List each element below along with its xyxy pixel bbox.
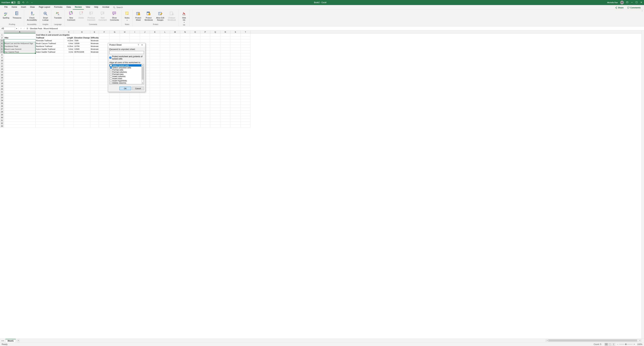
cell-H1[interactable]	[120, 33, 130, 36]
cell-J29[interactable]	[140, 113, 150, 116]
cell-T7[interactable]	[240, 51, 250, 53]
minimize-icon[interactable]	[631, 1, 633, 4]
cell-F27[interactable]	[99, 108, 110, 110]
cell-L17[interactable]	[160, 79, 170, 82]
col-header-M[interactable]: M	[170, 30, 180, 33]
row-header-18[interactable]: 18	[0, 82, 4, 85]
cell-N13[interactable]	[180, 68, 190, 71]
cell-N16[interactable]	[180, 76, 190, 79]
cell-B26[interactable]	[36, 105, 64, 108]
cell-E28[interactable]	[90, 110, 99, 113]
perm-checkbox[interactable]	[110, 67, 112, 68]
cell-T23[interactable]	[240, 96, 250, 99]
cell-S20[interactable]	[230, 88, 240, 90]
cell-R17[interactable]	[220, 79, 230, 82]
cell-Q23[interactable]	[210, 96, 220, 99]
cell-K2[interactable]	[150, 36, 160, 39]
cell-Q2[interactable]	[210, 36, 220, 39]
cell-M25[interactable]	[170, 102, 180, 105]
row-header-32[interactable]: 32	[0, 122, 4, 125]
smart-lookup-button[interactable]: SmartLookup	[42, 10, 50, 22]
cell-K7[interactable]	[150, 51, 160, 53]
cell-K26[interactable]	[150, 105, 160, 108]
cell-Q9[interactable]	[210, 56, 220, 59]
cell-J24[interactable]	[140, 99, 150, 102]
cell-D14[interactable]	[74, 71, 90, 73]
col-header-R[interactable]: R	[220, 30, 230, 33]
cell-M12[interactable]	[170, 65, 180, 68]
cell-S10[interactable]	[230, 59, 240, 62]
cell-D5[interactable]: 1075ft	[74, 45, 90, 48]
cell-C11[interactable]	[64, 62, 74, 65]
cell-M28[interactable]	[170, 110, 180, 113]
cell-J3[interactable]	[140, 39, 150, 42]
cell-D32[interactable]	[74, 122, 90, 125]
cell-O29[interactable]	[190, 113, 200, 116]
dialog-help-icon[interactable]: ?	[136, 44, 140, 46]
cell-D10[interactable]	[74, 59, 90, 62]
cell-P15[interactable]	[200, 73, 210, 76]
cell-C33[interactable]	[64, 125, 74, 128]
cell-B6[interactable]: Eaton Saddle Trailhead	[36, 48, 64, 51]
col-header-N[interactable]: N	[180, 30, 190, 33]
cell-K16[interactable]	[150, 76, 160, 79]
row-header-1[interactable]: 1	[0, 33, 4, 36]
cell-M15[interactable]	[170, 73, 180, 76]
cell-E26[interactable]	[90, 105, 99, 108]
row-header-14[interactable]: 14	[0, 71, 4, 73]
cell-M27[interactable]	[170, 108, 180, 110]
row-header-28[interactable]: 28	[0, 110, 4, 113]
cell-N29[interactable]	[180, 113, 190, 116]
cell-N7[interactable]	[180, 51, 190, 53]
cell-J2[interactable]	[140, 36, 150, 39]
protect-sheet-button[interactable]: ProtectSheet	[134, 10, 142, 22]
cell-M3[interactable]	[170, 39, 180, 42]
cell-D21[interactable]	[74, 90, 90, 93]
cell-M21[interactable]	[170, 90, 180, 93]
cell-Q32[interactable]	[210, 122, 220, 125]
spelling-button[interactable]: abcSpelling	[2, 10, 10, 19]
cell-M32[interactable]	[170, 122, 180, 125]
perm-checkbox[interactable]	[110, 80, 112, 82]
cell-N25[interactable]	[180, 102, 190, 105]
perm-insert-rows[interactable]: Insert rows	[110, 77, 142, 80]
cell-M9[interactable]	[170, 56, 180, 59]
tab-page-layout[interactable]: Page Layout	[37, 5, 52, 9]
cell-N9[interactable]	[180, 56, 190, 59]
cell-T15[interactable]	[240, 73, 250, 76]
cell-P22[interactable]	[200, 93, 210, 96]
cell-D16[interactable]	[74, 76, 90, 79]
cell-D17[interactable]	[74, 79, 90, 82]
row-header-20[interactable]: 20	[0, 88, 4, 90]
undo-icon[interactable]	[22, 1, 24, 4]
cell-R30[interactable]	[220, 116, 230, 119]
cell-B16[interactable]	[36, 76, 64, 79]
cell-A9[interactable]	[4, 56, 36, 59]
cell-C23[interactable]	[64, 96, 74, 99]
cell-Q4[interactable]	[210, 42, 220, 45]
cell-C21[interactable]	[64, 90, 74, 93]
cancel-formula-icon[interactable]: ✕	[19, 27, 23, 30]
cell-A13[interactable]	[4, 68, 36, 71]
cell-I27[interactable]	[130, 108, 140, 110]
password-input[interactable]	[109, 51, 144, 54]
cell-J23[interactable]	[140, 96, 150, 99]
cell-F30[interactable]	[99, 116, 110, 119]
cell-R4[interactable]	[220, 42, 230, 45]
cell-N30[interactable]	[180, 116, 190, 119]
cell-A10[interactable]	[4, 59, 36, 62]
cell-F1[interactable]	[99, 33, 110, 36]
cell-E33[interactable]	[90, 125, 99, 128]
cell-T13[interactable]	[240, 68, 250, 71]
redo-icon[interactable]	[26, 1, 29, 4]
cell-A26[interactable]	[4, 105, 36, 108]
cell-D23[interactable]	[74, 96, 90, 99]
cell-P14[interactable]	[200, 71, 210, 73]
cell-I31[interactable]	[130, 119, 140, 122]
cell-T32[interactable]	[240, 122, 250, 125]
cell-R28[interactable]	[220, 110, 230, 113]
perm-checkbox[interactable]	[110, 75, 112, 77]
cell-K8[interactable]	[150, 53, 160, 56]
cell-B30[interactable]	[36, 116, 64, 119]
cell-Q10[interactable]	[210, 59, 220, 62]
